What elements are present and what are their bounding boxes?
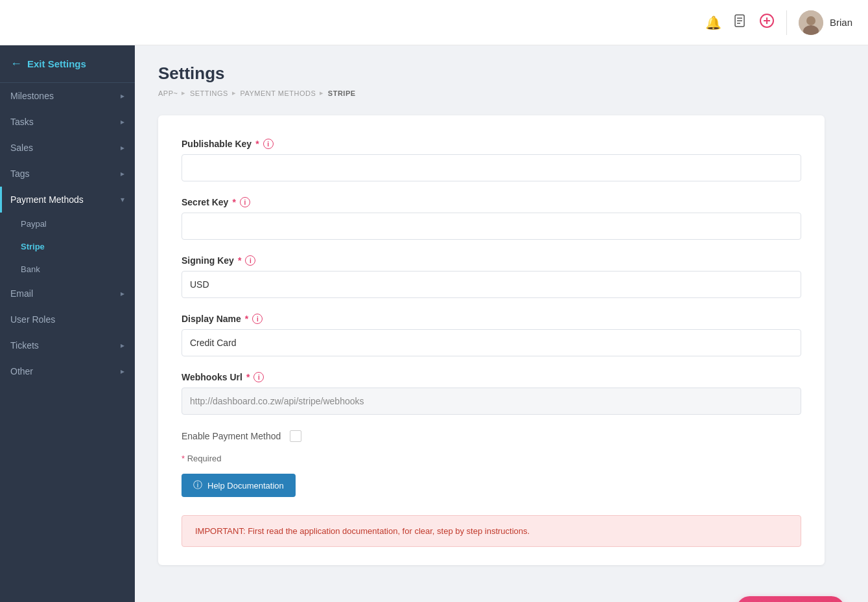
sidebar-subitem-stripe[interactable]: Stripe	[0, 235, 135, 258]
help-btn-icon: ⓘ	[193, 480, 202, 491]
publishable-key-label: Publishable Key * i	[182, 139, 801, 149]
webhooks-url-group: Webhooks Url * i	[182, 372, 801, 415]
secret-key-input[interactable]	[182, 213, 801, 240]
sidebar-item-tasks-label: Tasks	[10, 117, 34, 127]
signing-key-info-icon[interactable]: i	[245, 255, 255, 266]
sidebar-item-payment-methods-label: Payment Methods	[10, 194, 84, 205]
enable-payment-method-row: Enable Payment Method	[182, 430, 801, 442]
important-notice: IMPORTANT: First read the application do…	[182, 515, 801, 547]
breadcrumb: APP~ ▸ SETTINGS ▸ PAYMENT METHODS ▸ STRI…	[158, 89, 825, 97]
chevron-right-icon: ▸	[121, 341, 124, 350]
page-footer: Save Changes	[135, 583, 868, 602]
sidebar-item-tasks[interactable]: Tasks ▸	[0, 109, 135, 135]
sidebar-item-sales[interactable]: Sales ▸	[0, 135, 135, 161]
user-area[interactable]: Brian	[786, 10, 852, 35]
chevron-right-icon: ▸	[121, 117, 124, 126]
chevron-down-icon: ▾	[121, 195, 124, 204]
exit-settings-button[interactable]: ← Exit Settings	[0, 45, 135, 83]
sidebar-subitem-stripe-label: Stripe	[21, 242, 45, 251]
sidebar-subitem-bank-label: Bank	[21, 264, 40, 274]
breadcrumb-app[interactable]: APP~	[158, 89, 178, 97]
help-documentation-button[interactable]: ⓘ Help Documentation	[182, 474, 296, 497]
svg-point-8	[806, 16, 815, 25]
bell-icon[interactable]: 🔔	[705, 15, 721, 30]
webhooks-url-info-icon[interactable]: i	[253, 372, 264, 382]
enable-payment-method-checkbox[interactable]	[290, 430, 301, 442]
signing-key-label: Signing Key * i	[182, 255, 801, 266]
sidebar-item-tags-label: Tags	[10, 168, 30, 179]
sidebar-item-sales-label: Sales	[10, 143, 33, 153]
display-name-info-icon[interactable]: i	[252, 314, 263, 324]
sidebar-item-other-label: Other	[10, 366, 33, 376]
sidebar-subitem-paypal-label: Paypal	[21, 219, 47, 229]
sidebar-item-tickets[interactable]: Tickets ▸	[0, 332, 135, 358]
sidebar-item-payment-methods[interactable]: Payment Methods ▾	[0, 187, 135, 213]
publishable-key-input[interactable]	[182, 154, 801, 181]
user-name: Brian	[830, 17, 852, 28]
signing-key-group: Signing Key * i	[182, 255, 801, 298]
sidebar-subitem-bank[interactable]: Bank	[0, 258, 135, 281]
sidebar-item-user-roles[interactable]: User Roles	[0, 307, 135, 332]
secret-key-info-icon[interactable]: i	[240, 197, 250, 207]
sidebar-subitem-paypal[interactable]: Paypal	[0, 213, 135, 235]
chevron-right-icon: ▸	[121, 143, 124, 152]
sidebar-item-email-label: Email	[10, 288, 33, 299]
signing-key-input[interactable]	[182, 271, 801, 298]
required-note-text: Required	[187, 454, 222, 463]
page-title: Settings	[158, 64, 825, 84]
breadcrumb-stripe: STRIPE	[328, 89, 356, 97]
webhooks-url-input[interactable]	[182, 388, 801, 415]
sidebar-item-email[interactable]: Email ▸	[0, 281, 135, 307]
chevron-right-icon: ▸	[121, 367, 124, 376]
chevron-right-icon: ▸	[121, 289, 124, 298]
main-layout: ← Exit Settings Milestones ▸ Tasks ▸ Sal…	[0, 45, 868, 602]
secret-key-group: Secret Key * i	[182, 197, 801, 240]
publishable-key-group: Publishable Key * i	[182, 139, 801, 181]
avatar	[799, 10, 823, 35]
save-changes-button[interactable]: Save Changes	[736, 596, 845, 602]
breadcrumb-sep-3: ▸	[320, 89, 324, 97]
sidebar-item-user-roles-label: User Roles	[10, 314, 55, 325]
chevron-right-icon: ▸	[121, 91, 124, 100]
enable-payment-method-label: Enable Payment Method	[182, 431, 281, 441]
add-icon[interactable]	[759, 13, 775, 32]
breadcrumb-payment-methods[interactable]: PAYMENT METHODS	[240, 89, 316, 97]
header-icons: 🔔	[705, 13, 775, 32]
publishable-key-info-icon[interactable]: i	[263, 139, 274, 149]
sidebar-item-other[interactable]: Other ▸	[0, 358, 135, 384]
sidebar-item-tags[interactable]: Tags ▸	[0, 161, 135, 187]
required-star-3: *	[238, 255, 241, 266]
exit-icon: ←	[10, 57, 22, 71]
sidebar-item-milestones-label: Milestones	[10, 91, 54, 101]
sidebar: ← Exit Settings Milestones ▸ Tasks ▸ Sal…	[0, 45, 135, 602]
display-name-label: Display Name * i	[182, 314, 801, 324]
display-name-input[interactable]	[182, 329, 801, 356]
required-note: * Required	[182, 454, 801, 463]
important-notice-text: IMPORTANT: First read the application do…	[195, 526, 530, 536]
required-star-5: *	[246, 372, 250, 382]
help-btn-label: Help Documentation	[207, 481, 284, 491]
content-area: Settings APP~ ▸ SETTINGS ▸ PAYMENT METHO…	[135, 45, 868, 602]
notes-icon[interactable]	[733, 14, 747, 31]
required-star-1: *	[255, 139, 259, 149]
sidebar-item-tickets-label: Tickets	[10, 340, 39, 351]
form-card: Publishable Key * i Secret Key * i	[158, 115, 825, 565]
display-name-group: Display Name * i	[182, 314, 801, 356]
breadcrumb-settings[interactable]: SETTINGS	[190, 89, 228, 97]
sidebar-item-milestones[interactable]: Milestones ▸	[0, 83, 135, 109]
webhooks-url-label: Webhooks Url * i	[182, 372, 801, 382]
chevron-right-icon: ▸	[121, 169, 124, 178]
required-star-note: *	[182, 454, 185, 463]
breadcrumb-sep-2: ▸	[232, 89, 237, 97]
exit-settings-label: Exit Settings	[27, 58, 86, 69]
top-header: 🔔 Brian	[0, 0, 868, 45]
required-star-4: *	[245, 314, 248, 324]
required-star-2: *	[232, 197, 235, 207]
breadcrumb-sep-1: ▸	[182, 89, 186, 97]
secret-key-label: Secret Key * i	[182, 197, 801, 207]
